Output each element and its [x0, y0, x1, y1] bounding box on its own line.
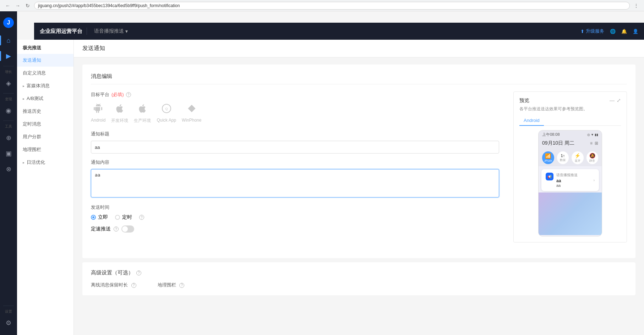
header-nav-voice[interactable]: 语音播报推送 ▾: [91, 27, 131, 36]
battery-icon: ▮▮: [595, 133, 598, 136]
geo-fence-help-icon[interactable]: ?: [179, 283, 184, 288]
url-text: jiguang.cn/jpush2/#/app/b3455bec1394ca/6…: [38, 3, 180, 8]
platform-ios-dev-label: 开发环境: [111, 118, 128, 124]
platform-help-icon[interactable]: ?: [126, 92, 131, 97]
extensions-button[interactable]: ⋮: [633, 2, 640, 9]
section-label-tools: 工具: [4, 123, 13, 130]
notif-app-name: 语音播报推送: [556, 173, 591, 178]
forward-button[interactable]: →: [14, 2, 21, 9]
browser-bar: ← → ↻ jiguang.cn/jpush2/#/app/b3455bec13…: [0, 0, 644, 11]
sidebar-item-label-history: 推送历史: [23, 108, 41, 115]
preview-tabs: Android: [519, 116, 621, 126]
sidebar-item-label-ab: A/B测试: [27, 95, 43, 102]
notification-card: 📢 语音播报推送 aa aa ›: [541, 169, 599, 191]
offline-help-icon[interactable]: ?: [131, 283, 136, 288]
advanced-help-icon[interactable]: ?: [136, 270, 141, 275]
chevron-right-icon: ▸: [23, 84, 24, 88]
platform-options: Android 开发环境: [91, 101, 499, 124]
platform-android-label: Android: [91, 118, 105, 123]
url-bar[interactable]: jiguang.cn/jpush2/#/app/b3455bec1394ca/6…: [34, 2, 630, 10]
advanced-title: 高级设置（可选） ?: [91, 269, 627, 276]
nav-icon-settings[interactable]: ⚙: [0, 315, 17, 331]
platform-quickapp[interactable]: Q Quick App: [157, 101, 176, 124]
advanced-section: 高级设置（可选） ? 离线消息保留时长 ? 地理围栏 ?: [82, 262, 635, 295]
platform-winphone[interactable]: WinPhone: [182, 101, 201, 124]
header-nav-voice-label: 语音播报推送: [94, 28, 124, 34]
nav-icon-growth[interactable]: ◈: [0, 76, 17, 91]
radio-scheduled[interactable]: 定时: [115, 214, 132, 220]
phone-date: 09月10日 周二 ≡ ⊞: [539, 139, 602, 149]
nav-icon-chat[interactable]: ▣: [0, 146, 17, 161]
sidebar-divider-1: [3, 66, 14, 66]
android-icon: [91, 101, 105, 116]
upgrade-label: 升级服务: [586, 28, 604, 34]
nav-icon-home[interactable]: ⌂: [0, 33, 17, 48]
radio-immediate[interactable]: 立即: [91, 214, 108, 220]
platform-ios-dev[interactable]: 开发环境: [111, 101, 128, 124]
sidebar-divider-2: [3, 93, 14, 94]
radio-btn-scheduled: [115, 215, 120, 220]
icon-sidebar: J ⌂ ▶ 增长 ◈ 变现 ◉ 工具 ⊕ ▣ ⊗ 设置 ⚙: [0, 11, 17, 335]
throttle-toggle[interactable]: [121, 225, 134, 233]
header-bell-btn[interactable]: 🔔: [621, 29, 627, 34]
preview-minimize-btn[interactable]: —: [610, 97, 615, 103]
header-brand: 企业应用运营平台: [40, 28, 82, 35]
preview-panel: 预览 各平台推送送达效果可参考预览图。 — ⤢: [513, 91, 627, 242]
sidebar-item-send-notification[interactable]: 发送通知: [17, 54, 73, 67]
sidebar-item-scheduled[interactable]: 定时消息: [17, 118, 73, 130]
sidebar-item-geo-fence[interactable]: 地理围栏: [17, 143, 73, 156]
refresh-button[interactable]: ↻: [24, 2, 31, 9]
preview-tab-android[interactable]: Android: [519, 116, 544, 126]
notification-content-field: 通知内容 aa: [91, 159, 499, 199]
platform-label-text: 目标平台: [91, 91, 109, 98]
header-user-btn[interactable]: 👤: [633, 29, 638, 34]
form-row-main: 目标平台 (必填) ?: [91, 91, 627, 242]
platform-android[interactable]: Android: [91, 101, 105, 124]
geo-fence-label: 地理围栏: [158, 282, 176, 287]
qs-bluetooth-label: 蓝牙: [575, 159, 580, 163]
sidebar-item-push-history[interactable]: 推送历史: [17, 105, 73, 118]
phone-time: 上午08:08: [542, 132, 560, 137]
preview-tab-android-label: Android: [524, 118, 540, 123]
content-body: 消息编辑 目标平台 (必填) ?: [74, 57, 644, 302]
nav-icon-users[interactable]: ⊗: [0, 161, 17, 177]
offline-duration-label: 离线消息保留时长: [91, 282, 128, 287]
nav-icon-push[interactable]: ▶: [0, 48, 17, 64]
qs-data-icon: 1↑: [561, 153, 565, 158]
section-label-settings: 设置: [4, 308, 13, 315]
notification-content-input[interactable]: aa: [91, 169, 499, 197]
sidebar-item-ab-test[interactable]: ▸ A/B测试: [17, 92, 73, 105]
form-right: 预览 各平台推送送达效果可参考预览图。 — ⤢: [513, 91, 627, 242]
throttle-row: 定速推送 ?: [91, 225, 499, 233]
notif-title: aa: [556, 178, 591, 183]
sidebar-item-user-segment[interactable]: 用户分群: [17, 130, 73, 143]
app-logo[interactable]: J: [0, 14, 17, 31]
sidebar-divider-3: [3, 121, 14, 121]
upgrade-service-btn[interactable]: ⬆ 升级服务: [580, 28, 604, 34]
send-time-help-icon[interactable]: ?: [139, 215, 144, 220]
sidebar-item-rich-media[interactable]: ▸ 富媒体消息: [17, 79, 73, 92]
qs-silent-icon: 🔕: [589, 153, 595, 158]
required-mark: (必填): [111, 91, 124, 98]
platform-ios-prod[interactable]: 生产环境: [134, 101, 151, 124]
sidebar-item-custom-message[interactable]: 自定义消息: [17, 67, 73, 79]
notification-title-input[interactable]: [91, 141, 499, 153]
qs-data: 1↑ 数据: [557, 151, 569, 164]
sidebar-item-daily-active[interactable]: ▸ 日活优化: [17, 156, 73, 169]
nav-icon-globe[interactable]: ⊕: [0, 130, 17, 146]
upgrade-icon: ⬆: [580, 29, 584, 34]
send-time-radio-group: 立即 定时 ?: [91, 214, 499, 220]
qs-bluetooth-icon: ⚡: [574, 153, 580, 158]
ios-prod-icon: [135, 101, 149, 116]
back-button[interactable]: ←: [4, 2, 11, 9]
sidebar-item-label-rich: 富媒体消息: [27, 83, 50, 89]
phone-mockup: 上午08:08 ◎ ▼ ▮▮: [538, 130, 602, 236]
header-globe-btn[interactable]: 🌐: [610, 29, 616, 34]
header-divider: [87, 28, 87, 35]
throttle-help-icon[interactable]: ?: [114, 227, 119, 231]
platform-label: 目标平台 (必填) ?: [91, 91, 499, 98]
preview-expand-btn[interactable]: ⤢: [617, 97, 621, 103]
notif-title-label-text: 通知标题: [91, 131, 109, 137]
nav-icon-monetize[interactable]: ◉: [0, 103, 17, 118]
content-area: 发送通知 消息编辑 目标平台 (必填) ?: [74, 40, 644, 335]
